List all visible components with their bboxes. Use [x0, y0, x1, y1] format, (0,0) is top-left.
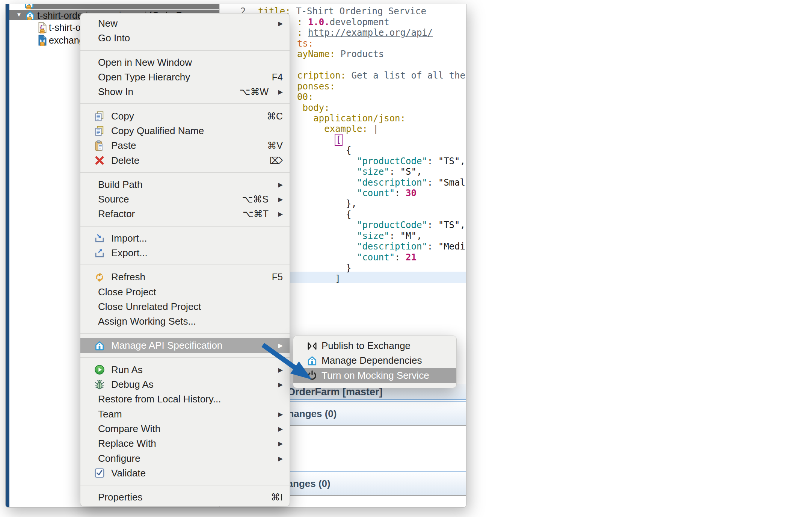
- code-token: :: [427, 177, 438, 188]
- code-line: },: [297, 198, 465, 209]
- menu-item-label: Assign Working Sets...: [98, 316, 196, 327]
- menu-item-open-type-hierarchy[interactable]: Open Type HierarchyF4: [80, 70, 290, 85]
- submenu-arrow-icon: ▶: [273, 425, 283, 432]
- menu-item-shortcut: F5: [272, 272, 283, 283]
- menu-item-team[interactable]: Team▶: [80, 407, 290, 422]
- code-token: "TS",: [438, 156, 465, 166]
- menu-item-label: Show In: [98, 86, 133, 98]
- submenu-arrow-icon: ▶: [273, 210, 283, 218]
- menu-separator: [80, 357, 290, 358]
- code-token: "M",: [400, 231, 422, 241]
- menu-item-label: Manage Dependencies: [321, 355, 422, 366]
- submenu-item-publish-to-exchange[interactable]: Publish to Exchange: [293, 339, 456, 353]
- menu-item-label: Debug As: [111, 379, 154, 390]
- submenu-arrow-icon: ▶: [273, 181, 283, 188]
- code-token: 30: [406, 188, 417, 198]
- menu-item-close-unrelated-project[interactable]: Close Unrelated Project: [80, 299, 290, 314]
- code-token: T-Shirt Ordering Service: [291, 6, 426, 17]
- menu-item-label: Build Path: [98, 179, 143, 190]
- power-icon: [306, 370, 318, 381]
- menu-item-label: Paste: [111, 140, 136, 151]
- menu-item-debug-as[interactable]: Debug As▶: [80, 377, 290, 392]
- menu-item-new[interactable]: New▶: [80, 16, 290, 31]
- code-token: [302, 17, 308, 27]
- code-token: :: [427, 241, 438, 252]
- code-line: "description": "Smal: [297, 177, 465, 188]
- code-block: : 1.0.development: http://example.org/ap…: [296, 17, 465, 284]
- menu-item-import[interactable]: Import...: [80, 231, 290, 246]
- menu-item-manage-api-specification[interactable]: Manage API Specification▶: [80, 338, 290, 353]
- menu-item-paste[interactable]: Paste⌘V: [80, 138, 290, 153]
- code-token: "productCode": [357, 156, 427, 166]
- menu-separator: [80, 50, 290, 51]
- code-token: {: [297, 145, 352, 156]
- menu-item-shortcut: ⌥⌘T: [243, 209, 269, 219]
- copy-icon: [93, 110, 106, 122]
- paste-icon: [93, 140, 106, 151]
- code-line: "size": "M",: [297, 231, 465, 241]
- code-token: cription:: [297, 70, 346, 81]
- code-token: [297, 241, 357, 252]
- code-token: :: [427, 220, 438, 230]
- menu-item-go-into[interactable]: Go Into: [80, 31, 290, 45]
- menu-item-open-in-new-window[interactable]: Open in New Window: [80, 55, 290, 70]
- code-line: ]: [297, 274, 465, 284]
- code-token: :: [427, 156, 438, 166]
- menu-item-configure[interactable]: Configure▶: [80, 451, 290, 466]
- code-token: ]: [297, 274, 341, 284]
- menu-item-label: Open Type Hierarchy: [98, 71, 190, 83]
- debug-icon: [93, 379, 106, 390]
- menu-item-source[interactable]: Source⌥⌘S▶: [80, 192, 290, 207]
- code-token: [297, 177, 357, 188]
- code-token: ts:: [297, 38, 313, 49]
- menu-item-label: Go Into: [98, 32, 130, 44]
- code-line: body:: [297, 103, 465, 113]
- code-line: "productCode": "TS",: [297, 156, 465, 166]
- code-token: "description": [357, 177, 427, 188]
- menu-item-refactor[interactable]: Refactor⌥⌘T▶: [80, 207, 290, 221]
- code-token: :: [389, 231, 400, 241]
- menu-separator: [80, 485, 290, 485]
- manage-api-submenu: Publish to ExchangeManage DependenciesTu…: [293, 336, 457, 388]
- menu-item-validate[interactable]: Validate: [80, 466, 290, 481]
- menu-item-label: Copy: [111, 110, 134, 122]
- menu-item-show-in[interactable]: Show In⌥⌘W▶: [80, 85, 290, 99]
- menu-item-close-project[interactable]: Close Project: [80, 284, 290, 299]
- code-line: "description": "Medi: [297, 241, 465, 252]
- code-token: 00:: [297, 92, 313, 102]
- code-token: application/json:: [297, 113, 406, 124]
- code-token: "size": [357, 166, 389, 177]
- menu-item-label: Team: [98, 408, 122, 420]
- code-token: |: [368, 124, 379, 134]
- menu-item-restore-from-local-history[interactable]: Restore from Local History...: [80, 392, 290, 407]
- menu-item-label: Manage API Specification: [111, 340, 222, 351]
- menu-item-copy[interactable]: Copy⌘C: [80, 109, 290, 123]
- menu-item-shortcut: ⌦: [270, 155, 283, 166]
- menu-item-export[interactable]: Export...: [80, 246, 290, 260]
- menu-item-copy-qualified-name[interactable]: Copy Qualified Name: [80, 124, 290, 138]
- menu-separator: [80, 172, 290, 173]
- menu-item-compare-with[interactable]: Compare With▶: [80, 422, 290, 436]
- menu-item-assign-working-sets[interactable]: Assign Working Sets...: [80, 314, 290, 329]
- menu-item-run-as[interactable]: Run As▶: [80, 363, 290, 377]
- menu-item-refresh[interactable]: RefreshF5: [80, 270, 290, 284]
- menu-separator: [80, 226, 290, 227]
- menu-item-build-path[interactable]: Build Path▶: [80, 177, 290, 192]
- code-line: : http://example.org/api/: [297, 27, 465, 38]
- code-line: ponses:: [297, 81, 465, 92]
- menu-item-replace-with[interactable]: Replace With▶: [80, 436, 290, 451]
- submenu-arrow-icon: ▶: [273, 381, 283, 388]
- menu-item-label: Configure: [98, 453, 140, 464]
- house-icon: [93, 340, 106, 351]
- code-line: {: [297, 209, 465, 220]
- code-line: {: [297, 145, 465, 156]
- submenu-item-manage-dependencies[interactable]: Manage Dependencies: [293, 353, 456, 368]
- menu-item-properties[interactable]: Properties⌘I: [80, 490, 290, 505]
- submenu-item-turn-on-mocking-service[interactable]: Turn on Mocking Service: [293, 368, 456, 383]
- disclosure-triangle-icon[interactable]: ▼: [16, 11, 22, 18]
- menu-item-delete[interactable]: Delete⌦: [80, 153, 290, 168]
- menu-item-shortcut: ⌥⌘W: [240, 86, 269, 97]
- code-line: : 1.0.development: [297, 17, 465, 27]
- menu-item-label: Turn on Mocking Service: [321, 370, 429, 381]
- submenu-arrow-icon: ▶: [273, 411, 283, 418]
